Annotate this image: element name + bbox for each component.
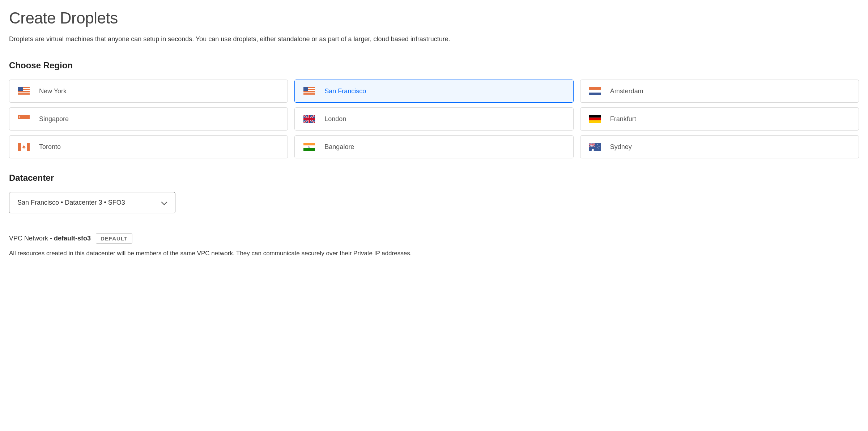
region-card-bangalore[interactable]: Bangalore	[294, 135, 573, 158]
region-card-sydney[interactable]: Sydney	[580, 135, 859, 158]
region-card-new-york[interactable]: New York	[9, 80, 288, 103]
flag-ca-icon	[18, 143, 30, 151]
chevron-down-icon	[161, 201, 167, 205]
region-label: Amsterdam	[610, 88, 643, 95]
datacenter-selected-label: San Francisco • Datacenter 3 • SFO3	[17, 199, 125, 206]
vpc-description: All resources created in this datacenter…	[9, 249, 859, 258]
flag-in-icon	[303, 143, 315, 151]
datacenter-select[interactable]: San Francisco • Datacenter 3 • SFO3	[9, 192, 175, 213]
page-description: Droplets are virtual machines that anyon…	[9, 34, 859, 44]
vpc-default-badge: DEFAULT	[96, 233, 132, 244]
region-card-singapore[interactable]: Singapore	[9, 107, 288, 131]
datacenter-heading: Datacenter	[9, 173, 859, 183]
vpc-network-row: VPC Network - default-sfo3 DEFAULT	[9, 233, 859, 244]
flag-us-icon	[303, 87, 315, 95]
region-label: Frankfurt	[610, 115, 636, 123]
region-label: Sydney	[610, 143, 632, 151]
region-card-london[interactable]: London	[294, 107, 573, 131]
flag-nl-icon	[589, 87, 601, 95]
flag-de-icon	[589, 115, 601, 123]
region-grid: New YorkSan FranciscoAmsterdamSingaporeL…	[9, 80, 859, 158]
flag-us-icon	[18, 87, 30, 95]
region-card-amsterdam[interactable]: Amsterdam	[580, 80, 859, 103]
region-card-toronto[interactable]: Toronto	[9, 135, 288, 158]
region-label: London	[324, 115, 346, 123]
region-label: San Francisco	[324, 88, 366, 95]
region-heading: Choose Region	[9, 60, 859, 71]
flag-sg-icon	[18, 115, 30, 123]
flag-gb-icon	[303, 115, 315, 123]
region-card-frankfurt[interactable]: Frankfurt	[580, 107, 859, 131]
region-label: Bangalore	[324, 143, 354, 151]
region-label: New York	[39, 88, 67, 95]
flag-au-icon	[589, 143, 601, 151]
region-label: Singapore	[39, 115, 69, 123]
page-title: Create Droplets	[9, 9, 859, 27]
vpc-network-label: VPC Network - default-sfo3	[9, 235, 91, 242]
region-card-san-francisco[interactable]: San Francisco	[294, 80, 573, 103]
region-label: Toronto	[39, 143, 61, 151]
